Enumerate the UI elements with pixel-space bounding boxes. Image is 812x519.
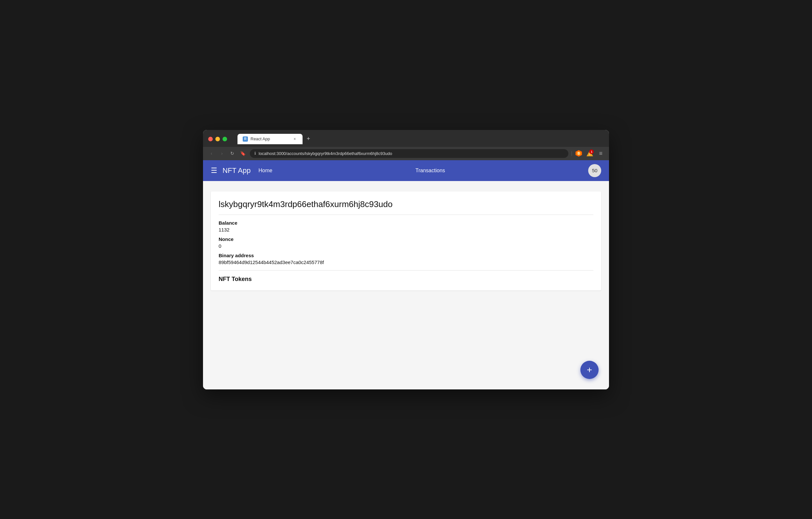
browser-chrome: R React App × + ‹ › ↻ 🔖 ℹ localhost:3000… xyxy=(203,130,609,160)
main-content: lskybgqryr9tk4m3rdp66ethaf6xurm6hj8c93ud… xyxy=(203,181,609,389)
tab-favicon: R xyxy=(243,136,248,142)
active-tab[interactable]: R React App × xyxy=(237,134,302,144)
browser-menu-button[interactable]: ≡ xyxy=(596,149,605,158)
balance-label: Balance xyxy=(219,220,593,226)
nav-buttons: ‹ › ↻ 🔖 xyxy=(207,149,247,158)
binary-address-value: 89bf59464d9d12544b4452ad3ee7ca0c2455778f xyxy=(219,260,593,265)
url-text: localhost:3000/accounts/lskybgqryr9tk4m3… xyxy=(259,151,564,156)
back-button[interactable]: ‹ xyxy=(207,149,216,158)
home-nav-link[interactable]: Home xyxy=(258,168,272,173)
url-lock-icon: ℹ xyxy=(254,151,256,156)
browser-icons: | B ! 1 ≡ xyxy=(571,149,605,158)
hamburger-menu-button[interactable]: ☰ xyxy=(211,166,217,175)
balance-badge: 50 xyxy=(588,164,601,177)
app-navbar: ☰ NFT App Home Transactions 50 xyxy=(203,160,609,181)
forward-button[interactable]: › xyxy=(217,149,226,158)
balance-value: 1132 xyxy=(219,227,593,233)
app-content: ☰ NFT App Home Transactions 50 lskybgqry… xyxy=(203,160,609,389)
close-button[interactable] xyxy=(208,137,213,141)
traffic-lights xyxy=(208,137,227,141)
balance-field: Balance 1132 xyxy=(219,220,593,233)
maximize-button[interactable] xyxy=(223,137,227,141)
binary-address-field: Binary address 89bf59464d9d12544b4452ad3… xyxy=(219,253,593,265)
fab-add-button[interactable]: + xyxy=(580,361,599,379)
brave-shields-icon[interactable]: B xyxy=(574,149,583,158)
new-tab-button[interactable]: + xyxy=(304,134,313,144)
nav-center: Transactions xyxy=(272,168,588,173)
nonce-value: 0 xyxy=(219,243,593,249)
binary-address-label: Binary address xyxy=(219,253,593,258)
browser-window: R React App × + ‹ › ↻ 🔖 ℹ localhost:3000… xyxy=(203,130,609,389)
tab-close-button[interactable]: × xyxy=(292,136,297,142)
url-bar[interactable]: ℹ localhost:3000/accounts/lskybgqryr9tk4… xyxy=(250,149,568,158)
notification-icon[interactable]: ! 1 xyxy=(585,149,594,158)
section-divider xyxy=(219,270,593,271)
nft-tokens-title: NFT Tokens xyxy=(219,276,593,283)
account-address: lskybgqryr9tk4m3rdp66ethaf6xurm6hj8c93ud… xyxy=(219,199,593,215)
reload-button[interactable]: ↻ xyxy=(228,149,237,158)
address-bar: ‹ › ↻ 🔖 ℹ localhost:3000/accounts/lskybg… xyxy=(203,147,609,160)
svg-text:B: B xyxy=(578,152,580,155)
transactions-nav-link[interactable]: Transactions xyxy=(415,168,445,173)
account-card: lskybgqryr9tk4m3rdp66ethaf6xurm6hj8c93ud… xyxy=(211,191,601,291)
app-title: NFT App xyxy=(223,166,251,175)
title-bar: R React App × + xyxy=(203,130,609,147)
nonce-field: Nonce 0 xyxy=(219,236,593,249)
bookmark-button[interactable]: 🔖 xyxy=(238,149,247,158)
nonce-label: Nonce xyxy=(219,236,593,242)
tab-title: React App xyxy=(251,136,290,141)
minimize-button[interactable] xyxy=(215,137,220,141)
tab-bar: R React App × + xyxy=(232,134,318,144)
url-separator: | xyxy=(571,151,572,156)
